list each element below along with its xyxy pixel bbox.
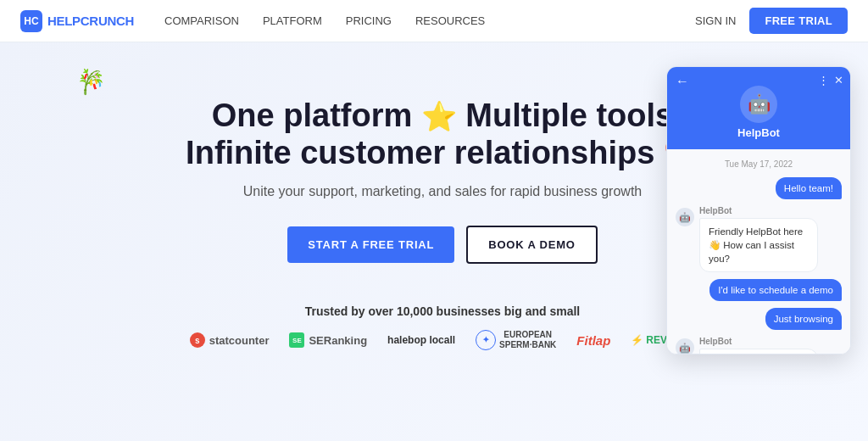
chat-date: Tue May 17, 2022 — [676, 159, 842, 169]
hero-decoration: 🎋 — [76, 68, 106, 96]
statcounter-icon: s — [190, 332, 205, 348]
logo-text: HELPCRUNCH — [47, 14, 134, 28]
bot-sender-label: HelpBot — [699, 206, 818, 215]
logo-statcounter: s statcounter — [190, 332, 270, 348]
start-trial-button[interactable]: START A FREE TRIAL — [287, 226, 454, 263]
chat-bot-name: HelpBot — [737, 126, 780, 139]
chat-message-bot-2: 🤖 HelpBot Cool, we can do that 👍 How big… — [676, 337, 842, 354]
chat-bubble-bot-2: Cool, we can do that 👍 How big is your t… — [699, 349, 818, 354]
logo-halebop: halebop locall — [387, 334, 455, 346]
hero-section: 🎋 One platform ⭐ Multiple tools Infinite… — [0, 42, 868, 441]
nav-comparison[interactable]: COMPARISON — [164, 14, 239, 27]
chat-message-user-1: Hello team! — [776, 177, 842, 199]
navbar: HC HELPCRUNCH COMPARISON PLATFORM PRICIN… — [0, 0, 868, 42]
free-trial-nav-button[interactable]: FREE TRIAL — [749, 8, 848, 34]
chat-bot-avatar: 🤖 — [740, 86, 777, 123]
chat-message-user-2: I'd like to schedule a demo — [709, 279, 842, 301]
trusted-text: Trusted by over 10,000 businesses big an… — [190, 304, 696, 318]
hero-buttons: START A FREE TRIAL BOOK A DEMO — [287, 226, 597, 264]
sign-in-link[interactable]: SIGN IN — [695, 14, 736, 27]
chat-message-user-3: Just browsing — [765, 308, 842, 330]
book-demo-button[interactable]: BOOK A DEMO — [466, 226, 597, 264]
nav-pricing[interactable]: PRICING — [346, 14, 392, 27]
hero-subtitle: Unite your support, marketing, and sales… — [243, 181, 642, 202]
chat-body: Tue May 17, 2022 Hello team! 🤖 HelpBot F… — [667, 149, 850, 354]
logo-spermbank: ✦ EUROPEANSPERM·BANK — [476, 330, 556, 350]
chat-menu-icon[interactable]: ⋮ — [818, 74, 829, 87]
seranking-icon: SE — [289, 332, 304, 348]
chat-close-icon[interactable]: ✕ — [834, 74, 843, 87]
chat-bubble-bot-1: Friendly HelpBot here 👋 How can I assist… — [699, 218, 818, 272]
spermbank-icon: ✦ — [476, 330, 496, 350]
bot-mini-avatar-2: 🤖 — [676, 338, 694, 354]
chat-header: ← ⋮ ✕ 🤖 HelpBot — [667, 67, 850, 149]
chat-header-controls: ⋮ ✕ — [818, 74, 843, 87]
logo-fitlap: Fitlap — [576, 333, 610, 348]
logo[interactable]: HC HELPCRUNCH — [20, 10, 134, 32]
nav-resources[interactable]: RESOURCES — [415, 14, 485, 27]
trusted-section: Trusted by over 10,000 businesses big an… — [190, 304, 696, 350]
chat-back-button[interactable]: ← — [676, 74, 689, 89]
chat-widget: ← ⋮ ✕ 🤖 HelpBot Tue May 17, 2022 Hello t… — [666, 66, 851, 354]
nav-links: COMPARISON PLATFORM PRICING RESOURCES — [164, 14, 695, 27]
trusted-logos: s statcounter SE SERanking halebop local… — [190, 330, 696, 350]
chat-bot-icon: 🤖 — [748, 93, 771, 115]
star-emoji: ⭐ — [421, 100, 457, 132]
nav-right: SIGN IN FREE TRIAL — [695, 8, 848, 34]
hero-title: One platform ⭐ Multiple tools Infinite c… — [186, 98, 699, 171]
logo-icon: HC — [20, 10, 42, 32]
bot-sender-label-2: HelpBot — [699, 337, 818, 346]
logo-seranking: SE SERanking — [289, 332, 367, 348]
nav-platform[interactable]: PLATFORM — [263, 14, 322, 27]
chat-message-bot-1: 🤖 HelpBot Friendly HelpBot here 👋 How ca… — [676, 206, 842, 272]
bot-mini-avatar: 🤖 — [676, 208, 694, 226]
